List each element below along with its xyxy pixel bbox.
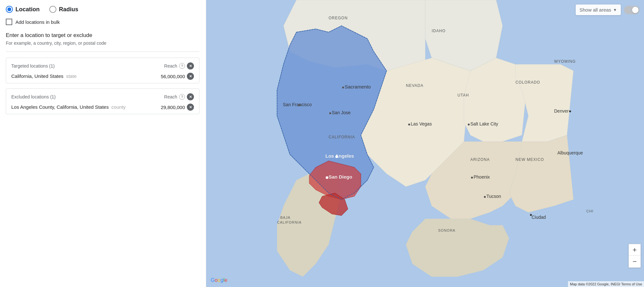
chevron-down-icon: ▼ (613, 8, 617, 12)
denver-label: Denver● (554, 108, 572, 114)
las-vegas-label: Las Vegas (411, 121, 432, 126)
location-radio-option[interactable]: Location (6, 6, 40, 13)
targeted-location-type: state (66, 73, 77, 79)
oregon-label: OREGON (329, 16, 348, 20)
excluded-location-name-text: Los Angeles County, California, United S… (11, 104, 109, 110)
targeted-location-name-text: California, United States (11, 73, 63, 79)
excluded-card-title: Excluded locations (1) (11, 94, 56, 99)
radius-radio-option[interactable]: Radius (49, 6, 78, 13)
map-top-controls: Show all areas ▼ (576, 5, 639, 15)
enter-location-subtext: For example, a country, city, region, or… (6, 41, 199, 46)
google-logo: Google (211, 277, 227, 283)
map-attribution: Map data ©2022 Google, INEGI Terms of Us… (568, 281, 644, 287)
excluded-help-icon[interactable]: ? (179, 94, 185, 100)
svg-point-15 (299, 104, 301, 106)
targeted-locations-card: Targeted locations (1) Reach ? Californi… (6, 58, 199, 83)
los-angeles-label: Los Angeles (325, 153, 354, 159)
svg-point-16 (329, 112, 331, 114)
radio-row: Location Radius (6, 6, 199, 13)
map-svg: Sacramento San Francisco San Jose NEVADA… (206, 0, 644, 287)
svg-point-17 (408, 124, 410, 125)
arizona-label: ARIZONA (470, 157, 490, 162)
zoom-controls: + − (629, 244, 641, 268)
svg-point-22 (484, 196, 486, 198)
targeted-reach-label: Reach (164, 63, 177, 69)
phoenix-label: Phoenix (474, 174, 490, 180)
radius-radio-label: Radius (59, 6, 78, 13)
excluded-location-name: Los Angeles County, California, United S… (11, 104, 126, 110)
targeted-card-title: Targeted locations (1) (11, 63, 55, 69)
excluded-card-row: Los Angeles County, California, United S… (11, 104, 194, 111)
san-francisco-label: San Francisco (283, 102, 312, 107)
excluded-locations-card: Excluded locations (1) Reach ? Los Angel… (6, 88, 199, 114)
bulk-checkbox-row[interactable]: Add locations in bulk (6, 19, 199, 25)
targeted-location-name: California, United States state (11, 73, 77, 79)
targeted-card-reach-group: Reach ? (164, 62, 194, 69)
sonora-label: SONORA (438, 228, 456, 232)
input-divider (6, 51, 199, 52)
albuquerque-label: Albuquerque (557, 150, 583, 155)
map-panel: Sacramento San Francisco San Jose NEVADA… (206, 0, 644, 287)
utah-label: UTAH (457, 93, 469, 97)
excluded-reach-value-group: 29,800,000 (161, 104, 194, 111)
svg-point-18 (335, 155, 338, 158)
idaho-label: IDAHO (432, 29, 446, 33)
excluded-row-close-icon[interactable] (187, 104, 194, 111)
excluded-reach-label: Reach (164, 94, 177, 99)
svg-point-21 (471, 177, 473, 179)
excluded-reach-number: 29,800,000 (161, 105, 185, 110)
colorado-label: COLORADO (515, 80, 540, 85)
targeted-card-row: California, United States state 56,000,0… (11, 73, 194, 80)
targeted-row-close-icon[interactable] (187, 73, 194, 80)
sacramento-label: Sacramento (345, 84, 371, 89)
chi-label: CHI (586, 209, 593, 213)
targeted-reach-number: 56,000,000 (161, 74, 185, 79)
baja-california-label2: CALIFORNIA (277, 220, 302, 224)
excluded-location-type: county (111, 104, 126, 110)
targeted-help-icon[interactable]: ? (179, 63, 185, 69)
zoom-out-button[interactable]: − (629, 256, 640, 267)
show-all-areas-label: Show all areas (580, 7, 611, 13)
svg-point-14 (342, 87, 344, 88)
left-panel: Location Radius Add locations in bulk En… (0, 0, 206, 287)
san-jose-label: San Jose (332, 110, 351, 115)
location-radio-label: Location (15, 6, 40, 13)
svg-point-23 (530, 214, 532, 216)
svg-point-19 (326, 176, 328, 179)
salt-lake-city-label: Salt Lake City (470, 121, 498, 126)
excluded-header-close-icon[interactable] (187, 93, 194, 100)
targeted-reach-value-group: 56,000,000 (161, 73, 194, 80)
ciudad-label: Ciudad (532, 215, 546, 220)
radius-radio-button[interactable] (49, 6, 56, 13)
tucson-label: Tucson (486, 194, 501, 199)
svg-point-20 (468, 124, 470, 125)
show-all-areas-button[interactable]: Show all areas ▼ (576, 5, 621, 15)
nevada-label: NEVADA (406, 83, 423, 88)
excluded-card-header: Excluded locations (1) Reach ? (11, 93, 194, 100)
show-all-areas-toggle[interactable] (624, 6, 639, 14)
excluded-card-reach-group: Reach ? (164, 93, 194, 100)
zoom-in-button[interactable]: + (629, 244, 640, 256)
targeted-card-header: Targeted locations (1) Reach ? (11, 62, 194, 69)
california-label: CALIFORNIA (329, 135, 355, 139)
targeted-header-close-icon[interactable] (187, 62, 194, 69)
new-mexico-label: NEW MEXICO (515, 157, 544, 162)
enter-location-heading: Enter a location to target or exclude (6, 32, 199, 39)
location-radio-button[interactable] (6, 6, 13, 13)
wyoming-label: WYOMING (554, 59, 576, 64)
bulk-checkbox[interactable] (6, 19, 12, 25)
bulk-checkbox-label: Add locations in bulk (15, 19, 60, 25)
san-diego-label: San Diego (329, 174, 352, 180)
baja-california-label: BAJA (280, 216, 291, 219)
